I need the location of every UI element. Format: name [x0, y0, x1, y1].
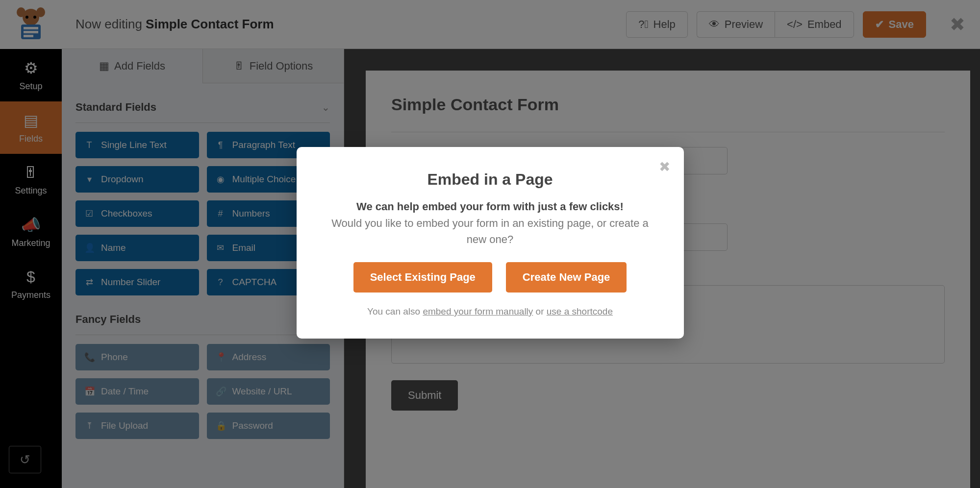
- select-existing-page-button[interactable]: Select Existing Page: [353, 262, 492, 293]
- footer-text: You can also: [367, 306, 423, 317]
- create-new-page-button[interactable]: Create New Page: [506, 262, 627, 293]
- modal-title: Embed in a Page: [323, 171, 657, 189]
- modal-subtext: Would you like to embed your form in an …: [323, 215, 657, 247]
- embed-manually-link[interactable]: embed your form manually: [423, 306, 533, 317]
- close-icon: ✖: [659, 159, 670, 174]
- embed-modal: ✖ Embed in a Page We can help embed your…: [297, 147, 684, 339]
- modal-overlay: ✖ Embed in a Page We can help embed your…: [0, 0, 980, 488]
- use-shortcode-link[interactable]: use a shortcode: [547, 306, 613, 317]
- modal-close-button[interactable]: ✖: [659, 159, 670, 175]
- modal-lead: We can help embed your form with just a …: [323, 200, 657, 213]
- modal-footer: You can also embed your form manually or…: [323, 306, 657, 317]
- footer-text: or: [533, 306, 546, 317]
